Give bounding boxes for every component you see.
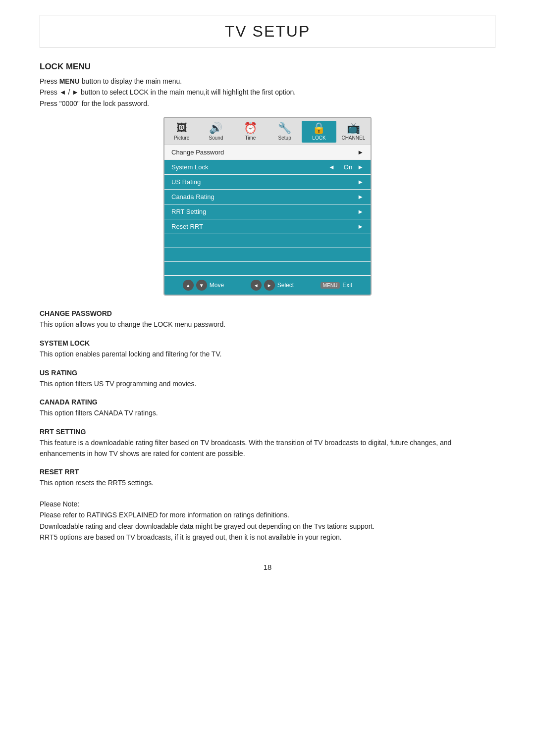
menu-row-empty-1	[164, 234, 371, 248]
canada-rating-arrow: ►	[357, 193, 364, 201]
canada-rating-section-text: This option filters CANADA TV ratings.	[40, 408, 495, 419]
rrt-setting-label: RRT Setting	[171, 208, 357, 215]
instruction-line-1: Press MENU button to display the main me…	[40, 77, 182, 85]
change-password-section-text: This option allows you to change the LOC…	[40, 319, 495, 330]
section-change-password: CHANGE PASSWORD This option allows you t…	[40, 309, 495, 330]
menu-icon-channel: 📺 CHANNEL	[336, 121, 371, 143]
picture-label: Picture	[174, 135, 189, 141]
notes-line-1: Please refer to RATINGS EXPLAINED for mo…	[40, 511, 289, 519]
system-lock-section-title: SYSTEM LOCK	[40, 339, 495, 347]
sound-icon: 🔊	[209, 123, 222, 134]
select-left-btn: ◄	[251, 280, 262, 291]
page-title: TV SETUP	[225, 22, 310, 40]
menu-icon-lock: 🔒 LOCK	[302, 121, 336, 143]
time-label: Time	[245, 135, 256, 141]
select-label: Select	[277, 282, 294, 289]
notes-section: Please Note: Please refer to RATINGS EXP…	[40, 499, 495, 543]
instruction-line-3: Press "0000" for the lock password.	[40, 100, 149, 107]
menu-row-system-lock: System Lock ◄ On ►	[164, 160, 371, 175]
footer-select: ◄ ► Select	[251, 280, 294, 291]
menu-icon-time: ⏰ Time	[233, 121, 268, 143]
menu-row-empty-2	[164, 248, 371, 262]
canada-rating-label: Canada Rating	[171, 193, 357, 201]
menu-icon-sound: 🔊 Sound	[199, 121, 233, 143]
menu-row-rrt-setting: RRT Setting ►	[164, 204, 371, 219]
section-rrt-setting: RRT SETTING This feature is a downloadab…	[40, 428, 495, 459]
setup-label: Setup	[278, 135, 291, 141]
instructions: Press MENU button to display the main me…	[40, 76, 495, 109]
system-lock-left-arrow: ◄	[328, 163, 335, 171]
move-label: Move	[210, 282, 224, 289]
menu-row-empty-3	[164, 262, 371, 276]
change-password-section-title: CHANGE PASSWORD	[40, 309, 495, 317]
footer-exit: MENU Exit	[321, 282, 352, 289]
tv-menu-footer: ▲ ▼ Move ◄ ► Select MENU Exit	[164, 276, 371, 295]
menu-row-canada-rating: Canada Rating ►	[164, 190, 371, 204]
select-right-btn: ►	[264, 280, 275, 291]
page-number: 18	[40, 563, 495, 571]
us-rating-section-text: This option filters US TV programming an…	[40, 379, 495, 390]
menu-row-us-rating: US Rating ►	[164, 175, 371, 190]
sound-label: Sound	[209, 135, 223, 141]
section-canada-rating: CANADA RATING This option filters CANADA…	[40, 398, 495, 419]
reset-rrt-section-title: RESET RRT	[40, 468, 495, 476]
us-rating-label: US Rating	[171, 178, 357, 186]
canada-rating-section-title: CANADA RATING	[40, 398, 495, 406]
tv-menu-ui: 🖼 Picture 🔊 Sound ⏰ Time 🔧 Setup 🔒 LOCK …	[163, 117, 372, 296]
picture-icon: 🖼	[176, 123, 187, 134]
instruction-line-2: Press ◄ / ► button to select LOCK in the…	[40, 88, 296, 96]
rrt-setting-section-title: RRT SETTING	[40, 428, 495, 436]
lock-menu-section-title: LOCK MENU	[40, 62, 495, 72]
us-rating-arrow: ►	[357, 178, 364, 186]
reset-rrt-section-text: This option resets the RRT5 settings.	[40, 478, 495, 489]
notes-label: Please Note:	[40, 500, 79, 508]
rrt-setting-arrow: ►	[357, 208, 364, 215]
menu-row-reset-rrt: Reset RRT ►	[164, 219, 371, 234]
lock-icon: 🔒	[312, 123, 325, 134]
system-lock-arrow: ►	[357, 163, 364, 171]
tv-menu-icons-row: 🖼 Picture 🔊 Sound ⏰ Time 🔧 Setup 🔒 LOCK …	[164, 118, 371, 145]
change-password-arrow: ►	[357, 149, 364, 156]
move-up-btn: ▲	[183, 280, 194, 291]
reset-rrt-label: Reset RRT	[171, 223, 357, 230]
channel-label: CHANNEL	[341, 135, 365, 141]
us-rating-section-title: US RATING	[40, 369, 495, 377]
move-down-btn: ▼	[196, 280, 207, 291]
system-lock-section-text: This option enables parental locking and…	[40, 349, 495, 360]
section-us-rating: US RATING This option filters US TV prog…	[40, 369, 495, 390]
menu-icon-setup: 🔧 Setup	[268, 121, 302, 143]
footer-move: ▲ ▼ Move	[183, 280, 224, 291]
system-lock-label: System Lock	[171, 163, 328, 171]
lock-label: LOCK	[312, 135, 325, 141]
system-lock-value: On	[344, 163, 352, 171]
menu-row-change-password: Change Password ►	[164, 145, 371, 160]
rrt-setting-section-text: This feature is a downloadable rating fi…	[40, 438, 495, 459]
tv-menu-body: Change Password ► System Lock ◄ On ► US …	[164, 145, 371, 276]
page-title-box: TV SETUP	[40, 15, 495, 48]
channel-icon: 📺	[347, 123, 360, 134]
time-icon: ⏰	[244, 123, 257, 134]
notes-line-2: Downloadable rating and clear downloadab…	[40, 522, 374, 530]
section-reset-rrt: RESET RRT This option resets the RRT5 se…	[40, 468, 495, 489]
section-system-lock: SYSTEM LOCK This option enables parental…	[40, 339, 495, 360]
setup-icon: 🔧	[278, 123, 291, 134]
change-password-label: Change Password	[171, 149, 357, 156]
notes-line-3: RRT5 options are based on TV broadcasts,…	[40, 533, 342, 541]
menu-icon-picture: 🖼 Picture	[164, 121, 199, 143]
reset-rrt-arrow: ►	[357, 223, 364, 230]
exit-label: Exit	[342, 282, 352, 289]
menu-btn: MENU	[321, 282, 340, 289]
